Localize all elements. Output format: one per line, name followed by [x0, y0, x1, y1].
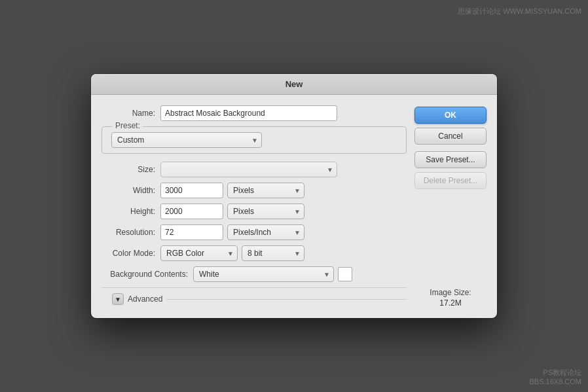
bitdepth-select-wrapper: 1 bit 8 bit 16 bit 32 bit ▼ — [238, 245, 304, 261]
height-input[interactable] — [160, 204, 223, 219]
dialog-title: New — [91, 74, 497, 95]
save-preset-button[interactable]: Save Preset... — [414, 151, 487, 168]
colormode-select[interactable]: Bitmap Grayscale RGB Color CMYK Color La… — [160, 245, 238, 261]
size-row: Size: ▼ — [101, 162, 407, 177]
dialog-left-panel: Name: Preset: Custom Default Photoshop S… — [101, 105, 407, 308]
dialog-right-panel: OK Cancel Save Preset... Delete Preset..… — [414, 105, 487, 308]
colormode-select-wrapper: Bitmap Grayscale RGB Color CMYK Color La… — [160, 245, 238, 261]
name-label: Name: — [101, 109, 160, 118]
height-unit-select[interactable]: Pixels Inches Centimeters — [227, 204, 304, 219]
height-unit-wrapper: Pixels Inches Centimeters ▼ — [223, 204, 304, 219]
size-select-wrapper: ▼ — [160, 162, 337, 177]
width-input[interactable] — [160, 183, 223, 198]
resolution-label: Resolution: — [101, 228, 160, 237]
colormode-label: Color Mode: — [101, 249, 160, 258]
color-swatch[interactable] — [338, 267, 352, 281]
width-unit-select[interactable]: Pixels Inches Centimeters — [227, 183, 304, 198]
colormode-row: Color Mode: Bitmap Grayscale RGB Color C… — [101, 245, 407, 261]
width-row: Width: Pixels Inches Centimeters ▼ — [101, 183, 407, 198]
size-select[interactable] — [160, 162, 337, 177]
name-row: Name: — [101, 105, 407, 121]
bgcontents-label: Background Contents: — [101, 270, 193, 279]
bitdepth-select[interactable]: 1 bit 8 bit 16 bit 32 bit — [242, 245, 304, 261]
watermark-bottom: PS教程论坛BBS.16X8.COM — [530, 368, 581, 385]
bgcontents-select-wrapper: White Background Color Transparent ▼ — [193, 266, 334, 282]
image-size-section: Image Size: 17.2M — [414, 249, 487, 308]
cancel-button[interactable]: Cancel — [414, 128, 487, 145]
watermark-top: 思缘设计论坛 WWW.MISSYUAN.COM — [458, 7, 581, 16]
resolution-row: Resolution: Pixels/Inch Pixels/Centimete… — [101, 224, 407, 240]
resolution-input[interactable] — [160, 224, 223, 240]
bgcontents-select[interactable]: White Background Color Transparent — [193, 266, 334, 282]
delete-preset-button[interactable]: Delete Preset... — [414, 172, 487, 189]
width-unit-wrapper: Pixels Inches Centimeters ▼ — [223, 183, 304, 198]
preset-select[interactable]: Custom Default Photoshop Size U.S. Paper… — [111, 132, 262, 148]
advanced-label: Advanced — [128, 294, 162, 304]
preset-legend: Preset: — [113, 121, 143, 130]
image-size-label: Image Size: — [414, 288, 487, 297]
advanced-divider — [166, 299, 407, 300]
height-label: Height: — [101, 207, 160, 216]
height-row: Height: Pixels Inches Centimeters ▼ — [101, 204, 407, 219]
resolution-unit-wrapper: Pixels/Inch Pixels/Centimeter ▼ — [223, 224, 304, 240]
advanced-row: ▼ Advanced — [101, 287, 407, 308]
size-label: Size: — [101, 165, 160, 174]
advanced-toggle-button[interactable]: ▼ — [112, 293, 124, 305]
bgcontents-row: Background Contents: White Background Co… — [101, 266, 407, 282]
new-document-dialog: New Name: Preset: Custom Default Photosh… — [91, 74, 497, 318]
width-label: Width: — [101, 186, 160, 195]
preset-select-wrapper: Custom Default Photoshop Size U.S. Paper… — [111, 132, 262, 148]
preset-fieldset: Preset: Custom Default Photoshop Size U.… — [101, 126, 407, 154]
resolution-unit-select[interactable]: Pixels/Inch Pixels/Centimeter — [227, 224, 304, 240]
name-input[interactable] — [160, 105, 337, 121]
ok-button[interactable]: OK — [414, 107, 487, 124]
image-size-value: 17.2M — [414, 298, 487, 308]
